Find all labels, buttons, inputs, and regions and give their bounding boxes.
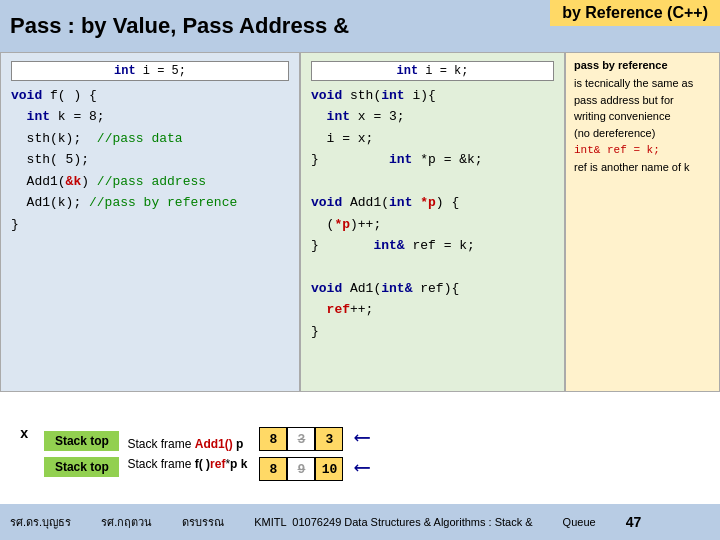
right-code-5	[311, 171, 554, 192]
code-line-7: }	[11, 214, 289, 235]
stack-cell-1-2: 3	[287, 427, 315, 451]
stack-cell-2-2: 9	[287, 457, 315, 481]
right-code-12: }	[311, 321, 554, 342]
right-code-2: int x = 3;	[311, 106, 554, 127]
footer-course: รศ.กฤตวน	[101, 513, 152, 531]
right-code-6: void Add1(int *p) {	[311, 192, 554, 213]
stack-cell-2-3: 10	[315, 457, 343, 481]
info-line2: pass address but for	[574, 94, 674, 106]
right-panel: int i = k; void sth(int i){ int x = 3; i…	[300, 52, 565, 392]
footer-queue: Queue	[563, 516, 596, 528]
main-container: Pass : by Value, Pass Address & by Refer…	[0, 0, 720, 540]
info-body: is tecnically the same as pass address b…	[574, 75, 711, 175]
footer-institution: KMITL 01076249 Data Structures & Algorit…	[254, 516, 532, 528]
code-line-2: int k = 8;	[11, 106, 289, 127]
stack-cell-1-3: 3	[315, 427, 343, 451]
code-line-5: Add1(&k) //pass address	[11, 171, 289, 192]
info-code1: int& ref = k;	[574, 144, 660, 156]
right-code-1: void sth(int i){	[311, 85, 554, 106]
stack-cell-1-1: 8	[259, 427, 287, 451]
arrow-2: ⟵	[355, 457, 368, 481]
code-line-1: void f( ) {	[11, 85, 289, 106]
right-code-9	[311, 257, 554, 278]
header-title: Pass : by Value, Pass Address &	[10, 13, 349, 39]
info-panel: pass by reference is tecnically the same…	[565, 52, 720, 392]
code-line-3: sth(k); //pass data	[11, 128, 289, 149]
footer-reviewer: ดรบรรณ	[182, 513, 224, 531]
code-line-6: Ad1(k); //pass by reference	[11, 192, 289, 213]
stack-x-label: x	[20, 426, 28, 442]
right-var-labels: int i = k;	[311, 61, 554, 81]
right-code-4: } int *p = &k;	[311, 149, 554, 170]
header: Pass : by Value, Pass Address & by Refer…	[0, 0, 720, 52]
right-code-11: ref++;	[311, 299, 554, 320]
info-line4: (no dereference)	[574, 127, 655, 139]
code-line-4: sth( 5);	[11, 149, 289, 170]
left-var-labels: int i = 5;	[11, 61, 289, 81]
stack-cell-2-1: 8	[259, 457, 287, 481]
info-line3: writing convenience	[574, 110, 671, 122]
stack-frame-label-1: Stack frame Add1() p	[127, 437, 247, 451]
right-code-3: i = x;	[311, 128, 554, 149]
info-title: pass by reference	[574, 59, 711, 71]
stack-frame-label-2: Stack frame f( )ref*p k	[127, 457, 247, 471]
info-line1: is tecnically the same as	[574, 77, 693, 89]
stack-top-label-1: Stack top	[44, 431, 119, 451]
right-code-10: void Ad1(int& ref){	[311, 278, 554, 299]
arrow-1: ⟵	[355, 427, 368, 451]
right-code-7: (*p)++;	[311, 214, 554, 235]
header-subtitle: by Reference (C++)	[550, 0, 720, 26]
footer-author: รศ.ดร.บุญธร	[10, 513, 71, 531]
right-code-8: } int& ref = k;	[311, 235, 554, 256]
stack-row-1: 8 3 3	[259, 427, 343, 451]
footer: รศ.ดร.บุญธร รศ.กฤตวน ดรบรรณ KMITL 010762…	[0, 504, 720, 540]
footer-page-number: 47	[626, 514, 642, 530]
left-panel: int i = 5; void f( ) { int k = 8; sth(k)…	[0, 52, 300, 392]
stack-top-label-2: Stack top	[44, 457, 119, 477]
stack-row-2: 8 9 10	[259, 457, 343, 481]
info-line5: ref is another name of k	[574, 161, 690, 173]
